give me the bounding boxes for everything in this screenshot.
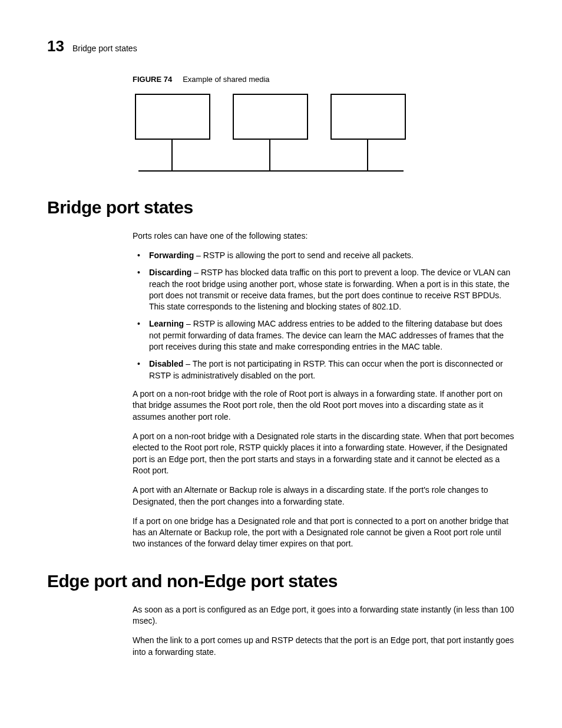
- figure-diagram: [133, 94, 521, 172]
- diagram-connectors: [133, 140, 404, 172]
- intro-paragraph: Ports roles can have one of the followin…: [133, 230, 515, 242]
- states-list: Forwarding – RSTP is allowing the port t…: [133, 250, 515, 381]
- diagram-vline: [269, 140, 270, 170]
- desc: – The port is not participating in RSTP.…: [149, 359, 503, 380]
- body-paragraph: As soon as a port is configured as an Ed…: [133, 604, 515, 627]
- list-item: Discarding – RSTP has blocked data traff…: [133, 267, 515, 312]
- body-paragraph: If a port on one bridge has a Designated…: [133, 516, 515, 550]
- figure-label: FIGURE 74: [133, 75, 172, 84]
- section1-body: Ports roles can have one of the followin…: [133, 230, 515, 550]
- term: Disabled: [149, 359, 183, 368]
- section-heading-bridge-port-states: Bridge port states: [47, 195, 521, 220]
- page-number: 13: [47, 35, 64, 57]
- desc: – RSTP is allowing MAC address entries t…: [149, 319, 504, 351]
- list-item: Disabled – The port is not participating…: [133, 358, 515, 381]
- term: Discarding: [149, 268, 191, 277]
- diagram-box: [135, 94, 210, 140]
- diagram-box: [330, 94, 406, 140]
- diagram-hline: [138, 170, 404, 172]
- body-paragraph: A port on a non-root bridge with a Desig…: [133, 431, 515, 476]
- diagram-vline: [171, 140, 173, 170]
- section2-body: As soon as a port is configured as an Ed…: [133, 604, 515, 658]
- term: Forwarding: [149, 251, 194, 260]
- desc: – RSTP has blocked data traffic on this …: [149, 268, 510, 311]
- body-paragraph: When the link to a port comes up and RST…: [133, 635, 515, 658]
- list-item: Forwarding – RSTP is allowing the port t…: [133, 250, 515, 261]
- figure-caption-text: Example of shared media: [183, 75, 269, 84]
- body-paragraph: A port on a non-root bridge with the rol…: [133, 388, 515, 423]
- diagram-box: [233, 94, 308, 140]
- body-paragraph: A port with an Alternate or Backup role …: [133, 485, 515, 508]
- diagram-vline: [367, 140, 368, 170]
- page-header: 13 Bridge port states: [47, 35, 521, 57]
- diagram-boxes-row: [135, 94, 521, 140]
- figure-caption: FIGURE 74Example of shared media: [133, 74, 521, 85]
- term: Learning: [149, 319, 184, 328]
- running-title: Bridge port states: [72, 43, 137, 55]
- section-heading-edge-port: Edge port and non-Edge port states: [47, 569, 521, 594]
- list-item: Learning – RSTP is allowing MAC address …: [133, 318, 515, 353]
- desc: – RSTP is allowing the port to send and …: [194, 251, 414, 260]
